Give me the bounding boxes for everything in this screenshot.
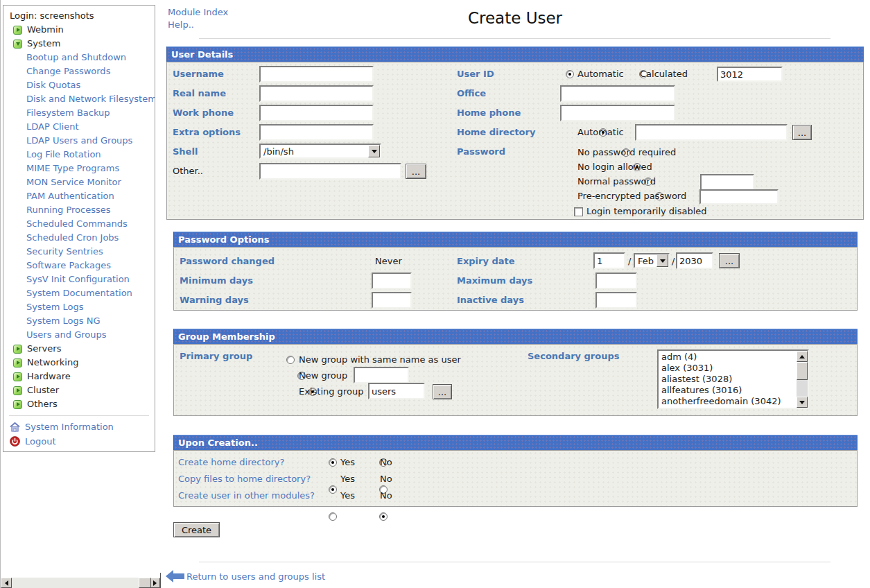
listbox-option[interactable]: alex (3031)	[661, 363, 797, 374]
other-modules-yes-radio[interactable]	[329, 512, 337, 521]
sidebar-item[interactable]: System Logs	[26, 302, 84, 312]
sidebar-item[interactable]: System Documentation	[26, 288, 132, 298]
maximum-days-field[interactable]	[595, 273, 637, 289]
sidebar-item[interactable]: Software Packages	[26, 260, 111, 270]
sidebar-item[interactable]: MIME Type Programs	[26, 163, 119, 173]
preencrypted-password-field[interactable]	[699, 189, 778, 205]
home-directory-browse-button[interactable]: ...	[792, 125, 812, 140]
existing-group-field[interactable]	[368, 383, 425, 399]
sidebar-horizontal-scrollbar[interactable]	[1, 578, 160, 588]
section-password-options: Password changed Never Expiry date / Feb…	[173, 247, 858, 311]
home-directory-field[interactable]	[635, 124, 788, 141]
password-normal-label: Normal password	[577, 176, 656, 187]
extra-options-field[interactable]	[259, 124, 374, 141]
sidebar-item[interactable]: Filesystem Backup	[26, 107, 110, 118]
sidebar-item[interactable]: Log File Rotation	[26, 149, 101, 159]
other-shell-browse-button[interactable]: ...	[406, 164, 426, 179]
sidebar-item[interactable]: Running Processes	[26, 205, 111, 215]
frame-border	[160, 573, 161, 588]
scroll-up-button[interactable]	[797, 351, 808, 362]
user-id-automatic-radio[interactable]	[566, 70, 574, 78]
secondary-groups-label: Secondary groups	[528, 351, 620, 361]
sidebar-item[interactable]: Disk and Network Filesystem	[26, 94, 155, 104]
sidebar-item[interactable]: Security Sentries	[26, 246, 103, 257]
sidebar-item[interactable]: System Logs NG	[26, 315, 101, 326]
sidebar-item[interactable]: LDAP Client	[26, 121, 79, 132]
sidebar: Login: screenshots Webmin System Bootup …	[0, 0, 160, 588]
copy-files-yes-radio[interactable]	[329, 485, 337, 494]
expiry-day-field[interactable]	[593, 252, 625, 269]
office-field[interactable]	[560, 85, 675, 102]
minimum-days-field[interactable]	[372, 273, 412, 289]
scrollbar-thumb[interactable]	[139, 578, 151, 588]
listbox-option[interactable]: aliastest (3028)	[661, 374, 797, 385]
other-shell-label: Other..	[173, 166, 203, 176]
inactive-days-field[interactable]	[595, 292, 637, 309]
scroll-left-button[interactable]	[1, 578, 12, 588]
expiry-date-browse-button[interactable]: ...	[719, 253, 740, 268]
other-shell-field[interactable]	[259, 163, 401, 180]
sidebar-item[interactable]: Disk Quotas	[26, 80, 80, 90]
listbox-scrollbar[interactable]	[797, 351, 808, 408]
chevron-down-icon[interactable]	[656, 254, 668, 267]
sidebar-item-system-information[interactable]: System Information	[3, 420, 155, 434]
work-phone-field[interactable]	[259, 105, 374, 121]
listbox-option[interactable]: adm (4)	[661, 352, 797, 363]
return-link[interactable]: Return to users and groups list	[186, 571, 325, 582]
new-group-field[interactable]	[354, 367, 409, 383]
sidebar-item[interactable]: SysV Init Configuration	[26, 274, 130, 284]
scrollbar-thumb[interactable]	[797, 362, 808, 380]
expiry-year-field[interactable]	[676, 252, 713, 269]
sidebar-item[interactable]: Scheduled Commands	[26, 218, 128, 229]
section-header-user-details: User Details	[166, 46, 864, 62]
sidebar-item-webmin[interactable]: Webmin	[3, 23, 155, 37]
existing-group-browse-button[interactable]: ...	[433, 384, 452, 399]
password-changed-label: Password changed	[180, 256, 275, 266]
category-collapsed-icon	[13, 345, 22, 354]
sidebar-item-others[interactable]: Others	[3, 397, 155, 411]
chevron-down-icon[interactable]	[368, 145, 380, 157]
login-disabled-checkbox[interactable]	[574, 207, 583, 216]
normal-password-field[interactable]	[700, 174, 754, 191]
sidebar-item[interactable]: Scheduled Cron Jobs	[26, 232, 119, 243]
system-information-link[interactable]: System Information	[25, 420, 114, 434]
listbox-option[interactable]: allfeatures (3016)	[661, 385, 797, 396]
password-changed-value: Never	[375, 256, 402, 266]
sidebar-item-hardware[interactable]: Hardware	[3, 370, 155, 383]
sidebar-item-networking[interactable]: Networking	[3, 356, 155, 370]
home-phone-field[interactable]	[560, 105, 675, 121]
extra-options-label: Extra options	[173, 127, 241, 137]
listbox-option[interactable]: anotherfreedomain (3042)	[661, 396, 797, 407]
shell-select[interactable]: /bin/sh	[259, 144, 381, 159]
username-field[interactable]	[259, 66, 374, 83]
sidebar-item-servers[interactable]: Servers	[3, 342, 155, 356]
sidebar-item-cluster[interactable]: Cluster	[3, 383, 155, 397]
other-modules-no-radio[interactable]	[379, 512, 388, 521]
sidebar-item[interactable]: MON Service Monitor	[26, 177, 121, 187]
logout-link[interactable]: Logout	[25, 434, 56, 449]
sidebar-item[interactable]: LDAP Users and Groups	[26, 135, 132, 146]
username-label: Username	[173, 69, 224, 79]
expiry-month-value: Feb	[635, 256, 656, 266]
sidebar-item[interactable]: Bootup and Shutdown	[26, 52, 126, 62]
user-id-field[interactable]	[717, 67, 783, 82]
real-name-field[interactable]	[259, 85, 374, 102]
scroll-down-button[interactable]	[797, 397, 808, 408]
primary-group-label: Primary group	[180, 351, 252, 361]
category-collapsed-icon	[13, 386, 22, 395]
expiry-month-select[interactable]: Feb	[634, 253, 670, 268]
scrollbar-track[interactable]	[797, 380, 808, 397]
scrollbar-track[interactable]	[12, 578, 149, 588]
sidebar-item-system[interactable]: System	[3, 37, 155, 51]
create-home-yes-radio[interactable]	[329, 458, 337, 467]
create-button[interactable]: Create	[173, 522, 220, 537]
date-separator: /	[672, 256, 675, 266]
sidebar-item[interactable]: Users and Groups	[26, 329, 106, 340]
warning-days-field[interactable]	[372, 292, 412, 309]
sidebar-item[interactable]: Change Passwords	[26, 66, 110, 76]
secondary-groups-listbox[interactable]: adm (4) alex (3031) aliastest (3028) all…	[657, 349, 809, 409]
sidebar-item-logout[interactable]: Logout	[3, 434, 155, 449]
primary-group-same-name-radio[interactable]	[286, 356, 295, 364]
shell-label: Shell	[173, 146, 198, 157]
sidebar-item[interactable]: PAM Authentication	[26, 191, 114, 201]
